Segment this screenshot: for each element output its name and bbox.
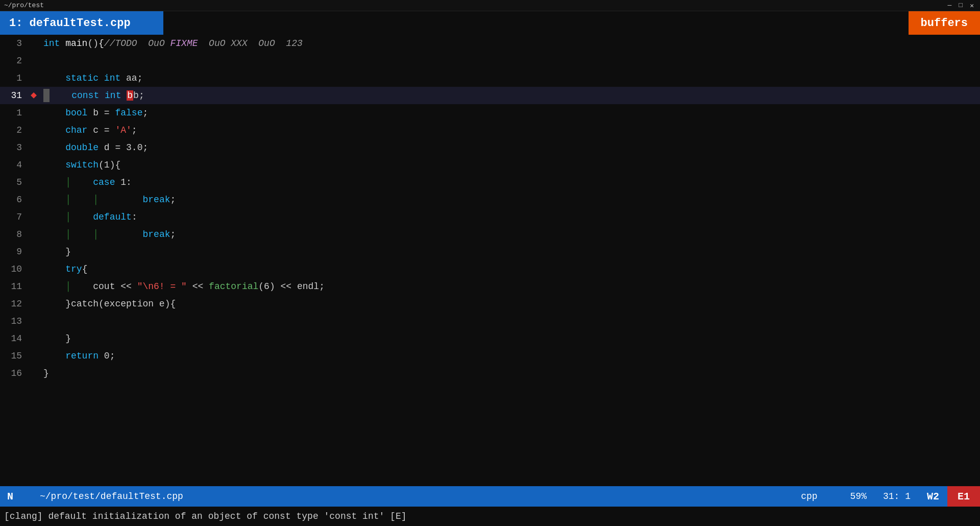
code-content: static int aa; <box>39 69 980 87</box>
gutter-6 <box>28 191 39 208</box>
status-arrow2-icon <box>827 486 837 507</box>
line-num: 2 <box>0 122 28 139</box>
line-num: 2 <box>0 52 28 69</box>
title-bar-text: ~/pro/test <box>4 2 44 9</box>
code-content: │ cout << "\n6! = " << factorial(6) << e… <box>39 278 980 295</box>
code-line-1a: 1 static int aa; <box>0 69 980 87</box>
status-filepath: ~/pro/test/defaultTest.cpp <box>31 491 792 501</box>
line-num: 7 <box>0 208 28 226</box>
code-content: double d = 3.0; <box>39 139 980 156</box>
code-content: │ │ break; <box>39 226 980 243</box>
code-line-12: 12 }catch(exception e){ <box>0 295 980 313</box>
gutter-11 <box>28 278 39 295</box>
code-content: int main(){//TODO OuO FIXME OuO XXX OuO … <box>39 35 980 52</box>
line-num: 13 <box>0 313 28 330</box>
code-content: char c = 'A'; <box>39 122 980 139</box>
active-tab[interactable]: 1: defaultTest.cpp <box>0 11 163 35</box>
code-line-8: 8 │ │ break; <box>0 226 980 243</box>
buffers-button[interactable]: buffers <box>909 11 980 35</box>
code-content: const int bb; <box>39 87 980 104</box>
gutter-5 <box>28 174 39 191</box>
code-content: bool b = false; <box>39 104 980 122</box>
code-line-14: 14 } <box>0 330 980 347</box>
maximize-button[interactable]: □ <box>957 2 965 10</box>
gutter-1b <box>28 104 39 122</box>
line-num: 1 <box>0 69 28 87</box>
gutter-14 <box>28 330 39 347</box>
gutter-10 <box>28 260 39 278</box>
code-content: } <box>39 365 980 382</box>
line-num: 1 <box>0 104 28 122</box>
title-bar-controls: — □ ✕ <box>946 2 976 10</box>
line-num: 4 <box>0 156 28 174</box>
code-content: try{ <box>39 260 980 278</box>
gutter-31: ◆ <box>28 87 39 104</box>
status-arrow-icon <box>20 486 31 507</box>
gutter-3b <box>28 139 39 156</box>
code-content: } <box>39 243 980 260</box>
line-num: 8 <box>0 226 28 243</box>
code-line-1b: 1 bool b = false; <box>0 104 980 122</box>
status-w2: W2 <box>919 486 947 507</box>
code-content: switch(1){ <box>39 156 980 174</box>
gutter-9 <box>28 243 39 260</box>
gutter-15 <box>28 347 39 365</box>
gutter-2 <box>28 52 39 69</box>
status-mode: N <box>0 486 20 507</box>
code-content: │ default: <box>39 208 980 226</box>
code-line-5: 5 │ case 1: <box>0 174 980 191</box>
line-num: 6 <box>0 191 28 208</box>
code-content <box>39 52 980 69</box>
code-content: return 0; <box>39 347 980 365</box>
code-content: } <box>39 330 980 347</box>
gutter-4 <box>28 156 39 174</box>
gutter-12 <box>28 295 39 313</box>
code-line-4: 4 switch(1){ <box>0 156 980 174</box>
message-bar: [clang] default initialization of an obj… <box>0 507 980 526</box>
status-bar: N ~/pro/test/defaultTest.cpp cpp 59% 31:… <box>0 486 980 507</box>
code-content: }catch(exception e){ <box>39 295 980 313</box>
status-e1: E1 <box>947 486 980 507</box>
gutter-7 <box>28 208 39 226</box>
status-right: cpp 59% 31: 1 W2 E1 <box>792 486 980 507</box>
code-content: │ │ break; <box>39 191 980 208</box>
message-text: [clang] default initialization of an obj… <box>4 511 407 521</box>
code-line-15: 15 return 0; <box>0 347 980 365</box>
gutter-8 <box>28 226 39 243</box>
line-num: 9 <box>0 243 28 260</box>
gutter-2b <box>28 122 39 139</box>
code-line-16: 16 } <box>0 365 980 382</box>
gutter-16 <box>28 365 39 382</box>
line-num: 3 <box>0 139 28 156</box>
code-line-2b: 2 char c = 'A'; <box>0 122 980 139</box>
status-filetype: cpp <box>792 491 826 501</box>
code-line-2: 2 <box>0 52 980 69</box>
gutter-1a <box>28 69 39 87</box>
line-num: 12 <box>0 295 28 313</box>
line-num: 15 <box>0 347 28 365</box>
status-position: 31: 1 <box>875 486 919 507</box>
code-line-7: 7 │ default: <box>0 208 980 226</box>
line-num-current: 31 <box>0 87 28 104</box>
gutter-13 <box>28 313 39 330</box>
title-bar: ~/pro/test — □ ✕ <box>0 0 980 11</box>
line-num: 11 <box>0 278 28 295</box>
gutter-3 <box>28 35 39 52</box>
code-line-31: 31 ◆ const int bb; <box>0 87 980 104</box>
line-num: 10 <box>0 260 28 278</box>
minimize-button[interactable]: — <box>946 2 954 10</box>
line-num: 14 <box>0 330 28 347</box>
code-line-11: 11 │ cout << "\n6! = " << factorial(6) <… <box>0 278 980 295</box>
status-percent: 59% <box>842 486 875 507</box>
code-line-3b: 3 double d = 3.0; <box>0 139 980 156</box>
code-line-6: 6 │ │ break; <box>0 191 980 208</box>
code-line-9: 9 } <box>0 243 980 260</box>
tab-bar: 1: defaultTest.cpp buffers <box>0 11 980 35</box>
code-line-13: 13 <box>0 313 980 330</box>
code-content: │ case 1: <box>39 174 980 191</box>
code-editor[interactable]: 3 int main(){//TODO OuO FIXME OuO XXX Ou… <box>0 35 980 486</box>
line-num: 3 <box>0 35 28 52</box>
code-line-3: 3 int main(){//TODO OuO FIXME OuO XXX Ou… <box>0 35 980 52</box>
close-button[interactable]: ✕ <box>968 2 976 10</box>
line-num: 16 <box>0 365 28 382</box>
